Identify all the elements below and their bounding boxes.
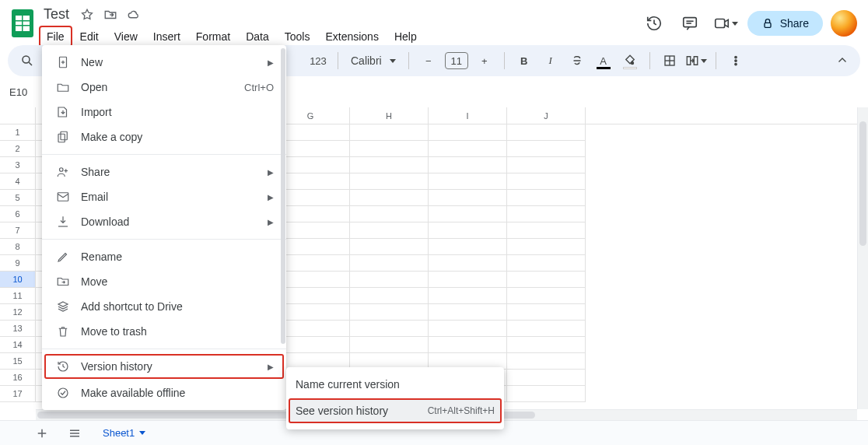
file-menu-email[interactable]: Email▶ bbox=[42, 184, 286, 209]
cell[interactable] bbox=[429, 304, 507, 321]
menu-help[interactable]: Help bbox=[387, 26, 425, 47]
sheet-tab[interactable]: Sheet1 bbox=[96, 424, 152, 442]
file-menu-new[interactable]: New▶ bbox=[42, 50, 286, 75]
row-header-7[interactable]: 7 bbox=[0, 223, 36, 239]
font-size-increase[interactable]: + bbox=[473, 49, 496, 72]
row-header-1[interactable]: 1 bbox=[0, 124, 36, 141]
cell[interactable] bbox=[507, 223, 586, 239]
more-toolbar-icon[interactable] bbox=[724, 49, 747, 72]
cell[interactable] bbox=[350, 190, 429, 206]
fill-color-button[interactable] bbox=[618, 49, 642, 72]
row-header-5[interactable]: 5 bbox=[0, 190, 36, 206]
sheet-tab-menu-icon[interactable] bbox=[139, 431, 145, 435]
doc-title[interactable]: Test bbox=[40, 5, 72, 24]
cell[interactable] bbox=[429, 124, 507, 141]
star-icon[interactable] bbox=[79, 6, 96, 23]
row-header-12[interactable]: 12 bbox=[0, 304, 36, 321]
name-box[interactable]: E10 bbox=[9, 86, 27, 98]
file-menu-add-shortcut-to-drive[interactable]: Add shortcut to Drive bbox=[42, 294, 286, 319]
col-header-J[interactable]: J bbox=[507, 107, 586, 124]
menu-view[interactable]: View bbox=[107, 26, 145, 47]
cell[interactable] bbox=[429, 337, 507, 353]
file-menu-make-available-offline[interactable]: Make available offline bbox=[42, 380, 286, 405]
cell[interactable] bbox=[429, 272, 507, 288]
file-menu-version-history[interactable]: Version history▶ bbox=[44, 354, 284, 379]
row-header-14[interactable]: 14 bbox=[0, 337, 36, 353]
col-header-H[interactable]: H bbox=[350, 107, 429, 124]
cell[interactable] bbox=[429, 157, 507, 173]
cell[interactable] bbox=[429, 206, 507, 223]
cell[interactable] bbox=[350, 337, 429, 353]
row-header-17[interactable]: 17 bbox=[0, 386, 36, 402]
cell[interactable] bbox=[507, 337, 586, 353]
row-header-2[interactable]: 2 bbox=[0, 141, 36, 157]
file-menu-rename[interactable]: Rename bbox=[42, 244, 286, 269]
cell[interactable] bbox=[507, 272, 586, 288]
cell[interactable] bbox=[507, 124, 586, 141]
share-button[interactable]: Share bbox=[747, 11, 823, 36]
cell[interactable] bbox=[350, 304, 429, 321]
row-header-13[interactable]: 13 bbox=[0, 321, 36, 337]
submenu-name-current-version[interactable]: Name current version bbox=[286, 372, 504, 397]
row-header-15[interactable]: 15 bbox=[0, 353, 36, 370]
col-header-I[interactable]: I bbox=[429, 107, 507, 124]
font-selector[interactable]: Calibri bbox=[346, 54, 401, 67]
cell[interactable] bbox=[429, 173, 507, 190]
collapse-toolbar-icon[interactable] bbox=[831, 49, 854, 72]
history-icon[interactable] bbox=[640, 9, 668, 37]
file-menu-move[interactable]: Move bbox=[42, 269, 286, 294]
menu-extensions[interactable]: Extensions bbox=[317, 26, 386, 47]
row-header-10[interactable]: 10 bbox=[0, 272, 36, 288]
number-format-button[interactable]: 123 bbox=[306, 49, 330, 72]
menu-data[interactable]: Data bbox=[238, 26, 277, 47]
cell[interactable] bbox=[429, 223, 507, 239]
cell[interactable] bbox=[350, 239, 429, 255]
cell[interactable] bbox=[350, 173, 429, 190]
cell[interactable] bbox=[429, 190, 507, 206]
font-size-input[interactable]: 11 bbox=[445, 52, 468, 69]
file-menu-make-a-copy[interactable]: Make a copy bbox=[42, 124, 286, 149]
select-all-corner[interactable] bbox=[0, 107, 36, 124]
cell[interactable] bbox=[350, 223, 429, 239]
merge-cells-button[interactable] bbox=[684, 49, 708, 72]
font-size-decrease[interactable]: − bbox=[417, 49, 440, 72]
cell[interactable] bbox=[429, 255, 507, 272]
cell[interactable] bbox=[350, 124, 429, 141]
italic-button[interactable]: I bbox=[539, 49, 562, 72]
cell[interactable] bbox=[350, 157, 429, 173]
cell[interactable] bbox=[350, 321, 429, 337]
menu-edit[interactable]: Edit bbox=[72, 26, 107, 47]
row-header-9[interactable]: 9 bbox=[0, 255, 36, 272]
text-color-button[interactable]: A bbox=[592, 49, 615, 72]
search-menus-icon[interactable] bbox=[14, 47, 40, 74]
menu-tools[interactable]: Tools bbox=[277, 26, 318, 47]
cell[interactable] bbox=[507, 386, 586, 402]
row-header-4[interactable]: 4 bbox=[0, 173, 36, 190]
cell[interactable] bbox=[507, 206, 586, 223]
all-sheets-button[interactable] bbox=[64, 422, 86, 444]
cell[interactable] bbox=[507, 304, 586, 321]
cell[interactable] bbox=[507, 321, 586, 337]
row-header-11[interactable]: 11 bbox=[0, 288, 36, 304]
file-menu-share[interactable]: Share▶ bbox=[42, 159, 286, 184]
cloud-status-icon[interactable] bbox=[125, 6, 142, 23]
meet-button[interactable] bbox=[712, 9, 740, 37]
file-menu-import[interactable]: Import bbox=[42, 100, 286, 124]
row-header-3[interactable]: 3 bbox=[0, 157, 36, 173]
bold-button[interactable]: B bbox=[513, 49, 536, 72]
cell[interactable] bbox=[507, 173, 586, 190]
menu-file[interactable]: File bbox=[39, 26, 72, 47]
cell[interactable] bbox=[429, 288, 507, 304]
row-header-8[interactable]: 8 bbox=[0, 239, 36, 255]
cell[interactable] bbox=[350, 255, 429, 272]
strikethrough-button[interactable] bbox=[565, 49, 589, 72]
add-sheet-button[interactable] bbox=[31, 422, 53, 444]
row-header-6[interactable]: 6 bbox=[0, 206, 36, 223]
cell[interactable] bbox=[507, 239, 586, 255]
vertical-scrollbar[interactable] bbox=[857, 107, 868, 409]
cell[interactable] bbox=[429, 321, 507, 337]
cell[interactable] bbox=[429, 141, 507, 157]
comments-icon[interactable] bbox=[676, 9, 704, 37]
cell[interactable] bbox=[350, 206, 429, 223]
cell[interactable] bbox=[429, 239, 507, 255]
